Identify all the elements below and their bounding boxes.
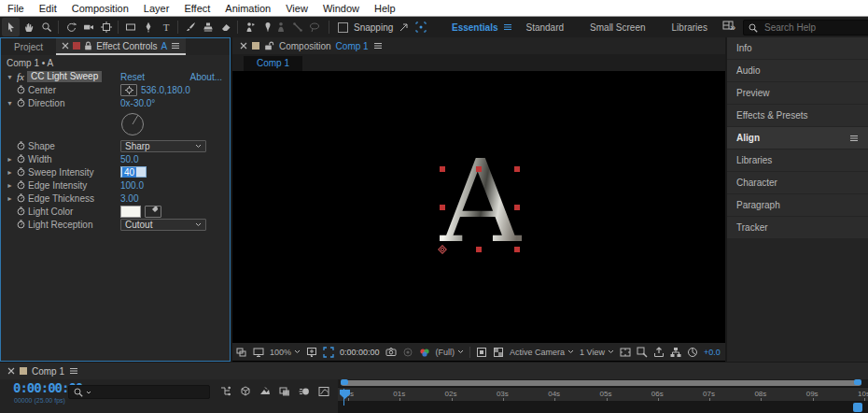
- selection-handle[interactable]: [514, 247, 520, 252]
- composition-tabbar[interactable]: Composition Comp 1: [232, 37, 725, 54]
- roi-icon[interactable]: [323, 347, 334, 358]
- search-help-input[interactable]: [763, 21, 860, 34]
- eyedropper-button[interactable]: [145, 206, 161, 218]
- tab-effect-controls[interactable]: Effect Controls A: [56, 38, 186, 55]
- stopwatch-icon[interactable]: [17, 141, 25, 150]
- stopwatch-icon[interactable]: [17, 193, 25, 203]
- close-icon[interactable]: [62, 42, 69, 50]
- collapse-triangle[interactable]: ►: [6, 169, 14, 176]
- panel-menu-icon[interactable]: [849, 135, 859, 142]
- anchor-point[interactable]: [437, 242, 448, 253]
- stopwatch-icon[interactable]: [17, 220, 25, 229]
- pick-point-button[interactable]: [120, 84, 137, 96]
- motion-blur-icon[interactable]: [299, 386, 310, 397]
- playhead[interactable]: [339, 387, 351, 413]
- selection-handle[interactable]: [514, 205, 520, 210]
- tab-project[interactable]: Project: [1, 38, 56, 55]
- shape-tool[interactable]: [121, 18, 139, 36]
- snapping-checkbox[interactable]: [338, 22, 348, 33]
- menu-layer[interactable]: Layer: [136, 3, 177, 14]
- property-value[interactable]: 3.00: [120, 193, 138, 204]
- menu-file[interactable]: File: [0, 3, 32, 14]
- frame-blend-icon[interactable]: [279, 386, 290, 397]
- collapse-triangle[interactable]: ►: [6, 156, 14, 163]
- stopwatch-icon[interactable]: [17, 167, 25, 177]
- panel-tab-preview[interactable]: Preview: [727, 82, 868, 104]
- property-value[interactable]: 536.0,180.0: [141, 85, 190, 95]
- snap-box-icon[interactable]: [415, 21, 427, 33]
- close-icon[interactable]: [240, 42, 247, 50]
- property-dropdown[interactable]: Sharp: [120, 140, 206, 152]
- workspace-icon[interactable]: [722, 20, 734, 31]
- mini-flowchart-icon[interactable]: [220, 386, 231, 397]
- pan-grid-icon[interactable]: [306, 347, 317, 358]
- viewer-current-time[interactable]: 0:00:00:00: [340, 348, 380, 357]
- view-layout-select[interactable]: 1 View: [580, 348, 614, 357]
- timeline-track-area[interactable]: [338, 401, 868, 413]
- stopwatch-icon[interactable]: [17, 206, 25, 216]
- selection-handle[interactable]: [476, 166, 482, 172]
- collapse-triangle[interactable]: ►: [6, 182, 14, 189]
- property-dropdown[interactable]: Cutout: [120, 219, 206, 231]
- rotation-tool[interactable]: [62, 18, 79, 36]
- menu-animation[interactable]: Animation: [217, 3, 278, 14]
- exposure-value[interactable]: +0.0: [704, 348, 721, 357]
- property-value-input[interactable]: 40: [120, 166, 147, 178]
- draft-3d-icon[interactable]: [240, 386, 251, 397]
- safe-guides-icon[interactable]: [620, 347, 631, 358]
- clone-stamp-tool[interactable]: [199, 18, 217, 36]
- help-search[interactable]: [743, 20, 868, 36]
- puppet-pin-tool[interactable]: [259, 18, 276, 36]
- selection-tool[interactable]: [2, 18, 20, 36]
- reset-button[interactable]: Reset: [120, 72, 145, 82]
- color-swatch[interactable]: [120, 206, 141, 218]
- roto-brush-tool[interactable]: [241, 18, 259, 36]
- panel-menu-icon[interactable]: [69, 367, 78, 375]
- workspace-essentials[interactable]: Essentials: [439, 22, 511, 33]
- flowchart-icon[interactable]: [670, 347, 681, 358]
- checkerboard-icon[interactable]: [493, 347, 504, 358]
- camera-select[interactable]: Active Camera: [510, 348, 574, 357]
- panel-tab-audio[interactable]: Audio: [727, 60, 868, 81]
- menu-view[interactable]: View: [278, 3, 315, 14]
- type-tool[interactable]: T: [157, 18, 175, 36]
- menu-window[interactable]: Window: [315, 3, 367, 14]
- selection-handle[interactable]: [476, 247, 482, 252]
- monitor-icon[interactable]: [253, 347, 264, 358]
- panel-tab-libraries[interactable]: Libraries: [727, 150, 868, 171]
- panel-tab-effects-presets[interactable]: Effects & Presets: [727, 105, 868, 126]
- time-ruler[interactable]: 00s01s02s03s04s05s06s07s08s09s10s: [338, 387, 868, 402]
- exposure-icon[interactable]: [687, 347, 698, 358]
- panel-menu-icon[interactable]: [373, 42, 383, 50]
- pen-tool[interactable]: [139, 18, 157, 36]
- comp-subtab[interactable]: Comp 1: [244, 56, 302, 71]
- panel-tab-paragraph[interactable]: Paragraph: [727, 194, 868, 216]
- direction-dial[interactable]: [119, 109, 147, 139]
- camera-tool[interactable]: [79, 18, 97, 36]
- workspace-menu-icon[interactable]: [503, 23, 512, 31]
- collapse-triangle[interactable]: ►: [6, 195, 14, 202]
- panel-tab-tracker[interactable]: Tracker: [727, 217, 868, 238]
- stopwatch-icon[interactable]: [17, 98, 25, 107]
- workspace-standard[interactable]: Standard: [512, 22, 577, 33]
- fx-badge[interactable]: fx: [17, 71, 24, 82]
- collapse-triangle[interactable]: ▼: [6, 74, 14, 80]
- selection-handle[interactable]: [514, 166, 520, 172]
- stopwatch-icon[interactable]: [17, 154, 25, 164]
- panel-tab-character[interactable]: Character: [727, 172, 868, 193]
- zoom-tool[interactable]: [37, 18, 55, 36]
- property-value[interactable]: 100.0: [120, 180, 144, 191]
- brush-tool[interactable]: [181, 18, 199, 36]
- pan-behind-tool[interactable]: [97, 18, 115, 36]
- graph-editor-icon[interactable]: [318, 386, 329, 397]
- stopwatch-icon[interactable]: [17, 85, 25, 94]
- workspace-libraries[interactable]: Libraries: [659, 22, 721, 33]
- menu-edit[interactable]: Edit: [32, 3, 64, 14]
- selection-handle[interactable]: [440, 205, 445, 210]
- snap-arrow-icon[interactable]: [399, 21, 410, 33]
- collapse-triangle[interactable]: ▼: [6, 100, 14, 107]
- menu-effect[interactable]: Effect: [176, 3, 217, 14]
- work-area-right-marker[interactable]: [853, 403, 862, 412]
- rgb-channels-icon[interactable]: [419, 348, 430, 357]
- region-zoom-icon[interactable]: [637, 347, 648, 358]
